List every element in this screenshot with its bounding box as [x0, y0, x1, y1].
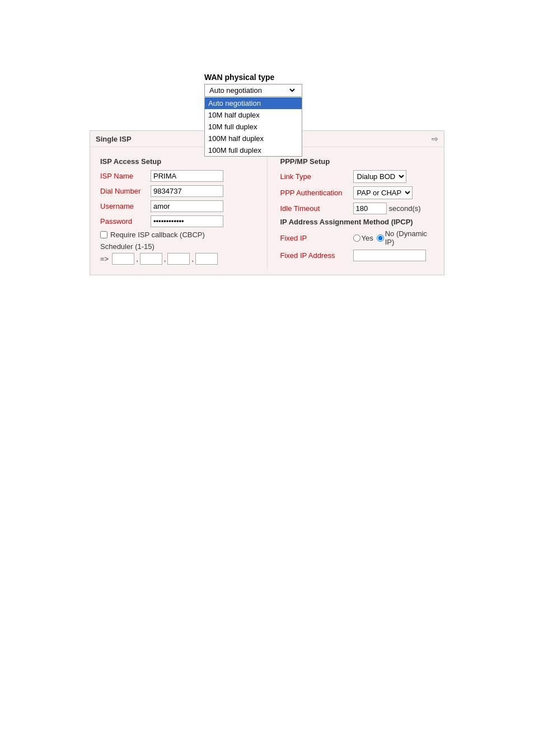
fixed-ip-no-text: No (Dynamic IP): [385, 229, 434, 246]
wan-dropdown-list: Auto negotiation 10M half duplex 10M ful…: [204, 97, 302, 157]
scheduler-comma-2: ,: [164, 255, 166, 263]
scheduler-input-2[interactable]: [140, 253, 162, 265]
wan-title: WAN physical type: [204, 73, 302, 82]
fixed-ip-radio-group: Yes No (Dynamic IP): [353, 229, 434, 246]
wan-select-bar[interactable]: Auto negotiation 10M half duplex 10M ful…: [204, 84, 302, 97]
seconds-label: second(s): [389, 204, 421, 213]
username-label: Username: [100, 202, 151, 210]
idle-timeout-input[interactable]: [353, 203, 387, 214]
panel-expand-icon[interactable]: ⇨: [432, 134, 438, 143]
dial-number-input[interactable]: [151, 185, 223, 197]
scheduler-comma-1: ,: [136, 255, 138, 263]
fixed-ip-yes-text: Yes: [362, 234, 373, 242]
wan-dropdown-section: WAN physical type Auto negotiation 10M h…: [204, 73, 302, 97]
fixed-ip-address-row: Fixed IP Address: [280, 250, 434, 261]
cbcp-label: Require ISP callback (CBCP): [110, 231, 205, 239]
scheduler-fields: => , , ,: [100, 253, 254, 265]
scheduler-input-4[interactable]: [195, 253, 218, 265]
link-type-row: Link Type Dialup BOD Dialup MP: [280, 170, 434, 183]
password-label: Password: [100, 217, 151, 226]
wan-dropdown-item-10m-half[interactable]: 10M half duplex: [205, 109, 302, 121]
scheduler-label: Scheduler (1-15): [100, 242, 254, 251]
panel-title: Single ISP: [96, 135, 132, 143]
fixed-ip-no-radio[interactable]: [377, 234, 384, 242]
idle-timeout-row: Idle Timeout second(s): [280, 203, 434, 214]
isp-name-label: ISP Name: [100, 172, 151, 180]
ppp-auth-select[interactable]: PAP or CHAP PAP CHAP: [353, 186, 413, 199]
fixed-ip-label: Fixed IP: [280, 234, 353, 242]
fixed-ip-address-input[interactable]: [353, 250, 426, 261]
page-wrapper: WAN physical type Auto negotiation 10M h…: [0, 0, 534, 756]
panel-divider: [267, 153, 268, 269]
ppp-auth-label: PPP Authentication: [280, 189, 353, 197]
wan-dropdown-item-auto[interactable]: Auto negotiation: [205, 97, 302, 109]
fixed-ip-no-label[interactable]: No (Dynamic IP): [377, 229, 434, 246]
scheduler-input-1[interactable]: [112, 253, 134, 265]
isp-name-input[interactable]: [151, 170, 223, 182]
ip-assignment-title: IP Address Assignment Method (IPCP): [280, 218, 434, 226]
fixed-ip-row: Fixed IP Yes No (Dynamic IP): [280, 229, 434, 246]
username-row: Username: [100, 200, 254, 212]
ppp-auth-row: PPP Authentication PAP or CHAP PAP CHAP: [280, 186, 434, 199]
dial-number-row: Dial Number: [100, 185, 254, 197]
scheduler-comma-3: ,: [191, 255, 194, 263]
password-input[interactable]: [151, 215, 223, 227]
fixed-ip-yes-label[interactable]: Yes: [353, 234, 373, 242]
scheduler-input-3[interactable]: [167, 253, 190, 265]
fixed-ip-address-label: Fixed IP Address: [280, 251, 353, 260]
idle-timeout-label: Idle Timeout: [280, 204, 353, 213]
dial-number-label: Dial Number: [100, 187, 151, 195]
link-type-label: Link Type: [280, 172, 353, 181]
isp-access-setup: ISP Access Setup ISP Name Dial Number Us…: [96, 153, 259, 269]
wan-dropdown-item-100m-half[interactable]: 100M half duplex: [205, 133, 302, 144]
wan-dropdown-item-10m-full[interactable]: 10M full duplex: [205, 121, 302, 133]
isp-access-title: ISP Access Setup: [100, 157, 254, 166]
wan-dropdown-item-100m-full[interactable]: 100M full duplex: [205, 144, 302, 156]
isp-name-row: ISP Name: [100, 170, 254, 182]
fixed-ip-yes-radio[interactable]: [353, 234, 360, 242]
cbcp-checkbox[interactable]: [100, 231, 107, 238]
password-row: Password: [100, 215, 254, 227]
wan-physical-type-select[interactable]: Auto negotiation 10M half duplex 10M ful…: [207, 86, 297, 95]
ppp-mp-title: PPP/MP Setup: [280, 157, 434, 166]
panel-body: ISP Access Setup ISP Name Dial Number Us…: [90, 147, 444, 275]
username-input[interactable]: [151, 200, 223, 212]
link-type-select[interactable]: Dialup BOD Dialup MP: [353, 170, 406, 183]
ppp-mp-setup: PPP/MP Setup Link Type Dialup BOD Dialup…: [276, 153, 439, 269]
scheduler-arrow: =>: [100, 255, 109, 263]
cbcp-row: Require ISP callback (CBCP): [100, 231, 254, 239]
